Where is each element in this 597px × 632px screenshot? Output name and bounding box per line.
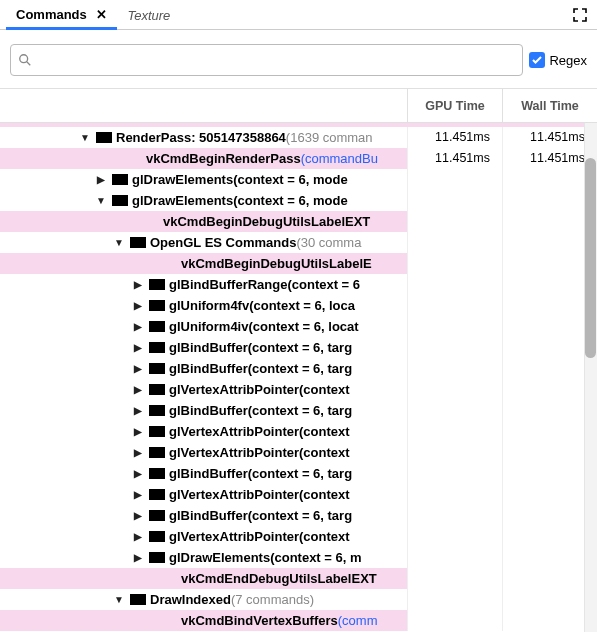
chevron-right-icon[interactable]: ▶ bbox=[133, 547, 143, 568]
command-cell: ▼glDrawElements(context = 6, mode bbox=[0, 190, 407, 211]
table-row[interactable]: ▶vkCmdBindVertexBuffers(comm bbox=[0, 610, 597, 631]
wall-time-cell bbox=[502, 211, 597, 232]
tab-texture[interactable]: Texture bbox=[117, 2, 180, 28]
chevron-right-icon[interactable]: ▶ bbox=[133, 316, 143, 337]
command-cell: ▼RenderPass: 505147358864 (1639 comman bbox=[0, 127, 407, 148]
table-row[interactable]: ▼OpenGL ES Commands (30 comma bbox=[0, 232, 597, 253]
node-icon bbox=[96, 132, 112, 143]
table-row[interactable]: ▶glBindBuffer(context = 6, targ bbox=[0, 400, 597, 421]
wall-time-cell bbox=[502, 568, 597, 589]
wall-time-cell bbox=[502, 379, 597, 400]
wall-time-cell bbox=[502, 589, 597, 610]
search-row: Regex bbox=[0, 30, 597, 88]
table-row[interactable]: ▶glBindBufferRange(context = 6 bbox=[0, 274, 597, 295]
table-row[interactable]: ▶glBindBuffer(context = 6, targ bbox=[0, 337, 597, 358]
wall-time-cell bbox=[502, 463, 597, 484]
table-header: GPU Time Wall Time bbox=[0, 89, 597, 123]
regex-toggle[interactable]: Regex bbox=[529, 52, 587, 68]
table-row[interactable]: ▶vkCmdEndDebugUtilsLabelEXT bbox=[0, 568, 597, 589]
table-row[interactable]: ▶glVertexAttribPointer(context bbox=[0, 484, 597, 505]
chevron-right-icon[interactable]: ▶ bbox=[133, 505, 143, 526]
table-row[interactable]: ▼RenderPass: 505147358864 (1639 comman11… bbox=[0, 127, 597, 148]
close-icon[interactable]: ✕ bbox=[96, 7, 107, 22]
command-cell: ▶glDrawElements(context = 6, mode bbox=[0, 169, 407, 190]
table-body[interactable]: ▼RenderPass: 505147358864 (1639 comman11… bbox=[0, 123, 597, 632]
table-row[interactable]: ▶glVertexAttribPointer(context bbox=[0, 421, 597, 442]
table-row[interactable]: ▶glUniform4iv(context = 6, locat bbox=[0, 316, 597, 337]
tab-commands[interactable]: Commands ✕ bbox=[6, 1, 117, 30]
tab-bar: Commands ✕ Texture bbox=[0, 0, 597, 30]
table-row[interactable]: ▶glBindBuffer(context = 6, targ bbox=[0, 505, 597, 526]
command-cell: ▶glVertexAttribPointer(context bbox=[0, 526, 407, 547]
chevron-right-icon[interactable]: ▶ bbox=[133, 379, 143, 400]
column-name[interactable] bbox=[0, 89, 407, 122]
gpu-time-cell bbox=[407, 211, 502, 232]
chevron-right-icon[interactable]: ▶ bbox=[133, 463, 143, 484]
column-wall-time[interactable]: Wall Time bbox=[502, 89, 597, 122]
gpu-time-cell bbox=[407, 505, 502, 526]
gpu-time-cell bbox=[407, 568, 502, 589]
command-label: RenderPass: 505147358864 bbox=[116, 127, 286, 148]
gpu-time-cell bbox=[407, 463, 502, 484]
gpu-time-cell bbox=[407, 421, 502, 442]
table-row[interactable]: ▼DrawIndexed (7 commands) bbox=[0, 589, 597, 610]
node-icon bbox=[149, 510, 165, 521]
node-icon bbox=[149, 552, 165, 563]
chevron-right-icon[interactable]: ▶ bbox=[133, 337, 143, 358]
gpu-time-cell bbox=[407, 442, 502, 463]
regex-label: Regex bbox=[549, 53, 587, 68]
chevron-right-icon[interactable]: ▶ bbox=[133, 295, 143, 316]
gpu-time-cell bbox=[407, 610, 502, 631]
command-cell: ▶glBindBufferRange(context = 6 bbox=[0, 274, 407, 295]
chevron-right-icon[interactable]: ▶ bbox=[133, 358, 143, 379]
chevron-down-icon[interactable]: ▼ bbox=[114, 589, 124, 610]
command-label: vkCmdBeginDebugUtilsLabelE bbox=[181, 253, 372, 274]
chevron-right-icon[interactable]: ▶ bbox=[133, 400, 143, 421]
table-row[interactable]: ▶glVertexAttribPointer(context bbox=[0, 379, 597, 400]
wall-time-cell bbox=[502, 274, 597, 295]
command-label: glDrawElements(context = 6, mode bbox=[132, 190, 348, 211]
chevron-right-icon[interactable]: ▶ bbox=[133, 274, 143, 295]
command-label: glBindBufferRange(context = 6 bbox=[169, 274, 360, 295]
chevron-right-icon[interactable]: ▶ bbox=[96, 169, 106, 190]
gpu-time-cell bbox=[407, 337, 502, 358]
command-cell: ▶vkCmdBeginDebugUtilsLabelEXT bbox=[0, 211, 407, 232]
table-row[interactable]: ▼glDrawElements(context = 6, mode bbox=[0, 190, 597, 211]
table-row[interactable]: ▶glVertexAttribPointer(context bbox=[0, 442, 597, 463]
fullscreen-icon[interactable] bbox=[573, 8, 587, 22]
gpu-time-cell bbox=[407, 358, 502, 379]
table-row[interactable]: ▶glDrawElements(context = 6, m bbox=[0, 547, 597, 568]
wall-time-cell bbox=[502, 400, 597, 421]
wall-time-cell bbox=[502, 421, 597, 442]
chevron-right-icon[interactable]: ▶ bbox=[133, 484, 143, 505]
search-input[interactable] bbox=[10, 44, 523, 76]
table-row[interactable]: ▶glBindBuffer(context = 6, targ bbox=[0, 463, 597, 484]
column-gpu-time[interactable]: GPU Time bbox=[407, 89, 502, 122]
node-icon bbox=[149, 384, 165, 395]
gpu-time-cell bbox=[407, 400, 502, 421]
table-row[interactable]: ▶vkCmdBeginDebugUtilsLabelEXT bbox=[0, 211, 597, 232]
command-cell: ▶glBindBuffer(context = 6, targ bbox=[0, 337, 407, 358]
table-row[interactable]: ▶glVertexAttribPointer(context bbox=[0, 526, 597, 547]
wall-time-cell bbox=[502, 295, 597, 316]
command-label: vkCmdBeginRenderPass bbox=[146, 148, 301, 169]
command-args-link[interactable]: (commandBu bbox=[301, 148, 378, 169]
chevron-down-icon[interactable]: ▼ bbox=[80, 127, 90, 148]
table-row[interactable]: ▶glDrawElements(context = 6, mode bbox=[0, 169, 597, 190]
command-args-link[interactable]: (comm bbox=[338, 610, 378, 631]
chevron-right-icon[interactable]: ▶ bbox=[133, 526, 143, 547]
command-label: glBindBuffer(context = 6, targ bbox=[169, 358, 352, 379]
chevron-right-icon[interactable]: ▶ bbox=[133, 421, 143, 442]
checkbox-checked-icon bbox=[529, 52, 545, 68]
table-row[interactable]: ▶vkCmdBeginDebugUtilsLabelE bbox=[0, 253, 597, 274]
command-cell: ▶glDrawElements(context = 6, m bbox=[0, 547, 407, 568]
chevron-down-icon[interactable]: ▼ bbox=[114, 232, 124, 253]
table-row[interactable]: ▶glUniform4fv(context = 6, loca bbox=[0, 295, 597, 316]
chevron-down-icon[interactable]: ▼ bbox=[96, 190, 106, 211]
table-row[interactable]: ▶vkCmdBeginRenderPass(commandBu11.451ms1… bbox=[0, 148, 597, 169]
chevron-right-icon[interactable]: ▶ bbox=[133, 442, 143, 463]
scrollbar[interactable] bbox=[584, 123, 597, 632]
table-row[interactable]: ▶glBindBuffer(context = 6, targ bbox=[0, 358, 597, 379]
gpu-time-cell bbox=[407, 169, 502, 190]
scrollbar-thumb[interactable] bbox=[585, 158, 596, 358]
